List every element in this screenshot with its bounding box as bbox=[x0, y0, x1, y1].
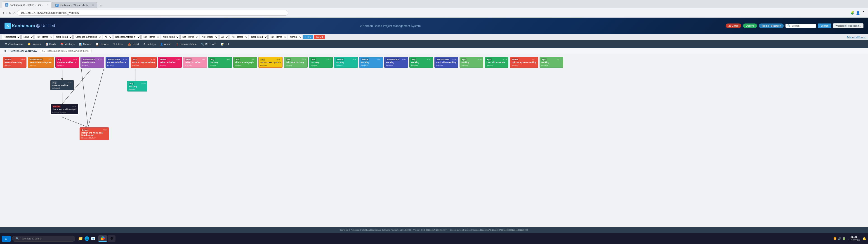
forward-button[interactable]: › bbox=[6, 11, 7, 15]
card-0101-blocked[interactable]: Blocked 0101 This is a card with Analysi… bbox=[50, 104, 79, 115]
card-0204[interactable]: Feature 0204 Backlog Backlog bbox=[334, 57, 358, 68]
card-0210[interactable]: Epic 0210 Card will somehow Backlog bbox=[485, 57, 508, 68]
menu-button[interactable]: ⋮ bbox=[862, 11, 865, 15]
chat-message: RebeccaShaffield-15: Hello, Anyone there… bbox=[46, 50, 89, 52]
filter-button[interactable]: Filter bbox=[303, 35, 313, 39]
nav-item-settings[interactable]: ⚙ Settings bbox=[141, 41, 158, 47]
back-button[interactable]: ‹ bbox=[3, 11, 4, 15]
reset-button[interactable]: Reset bbox=[314, 35, 325, 39]
chat-notification[interactable]: 💬 RebeccaShaffield-15: Hello, Anyone the… bbox=[40, 49, 92, 53]
card-status: Backlog bbox=[336, 64, 356, 66]
cards-badge[interactable]: 28 Cards bbox=[725, 24, 741, 28]
nav-item-projects[interactable]: 📁 Projects bbox=[25, 41, 43, 47]
reload-button[interactable]: ↻ bbox=[9, 11, 11, 15]
filter3-select[interactable]: Not Filtered bbox=[142, 35, 160, 39]
card-0142[interactable]: Bug 0142 Backlog Backlog bbox=[208, 57, 232, 68]
nav-item-visualisations[interactable]: ⊞ Visualisations bbox=[3, 41, 25, 47]
taskbar-search-box[interactable]: 🔍 Type here to search bbox=[12, 236, 75, 242]
card-0036[interactable]: Enhancement 0036 Research Nothing-D-13 B… bbox=[28, 57, 54, 68]
nav-docs-label: Documentation bbox=[180, 43, 196, 45]
card-status: Backlog bbox=[386, 64, 406, 66]
filter2-select[interactable]: Not Filtered bbox=[54, 35, 72, 39]
all-select[interactable]: All bbox=[103, 35, 112, 39]
filter6-select[interactable]: Not Filtered bbox=[200, 35, 218, 39]
taskbar-app-chrome[interactable] bbox=[98, 236, 107, 242]
filter7-select[interactable]: Not Filtered bbox=[230, 35, 248, 39]
address-input[interactable] bbox=[17, 10, 288, 16]
card-0141[interactable]: Defect 0141 RebeccaShaff-13 Analysis bbox=[183, 57, 207, 68]
start-button[interactable]: ⊞ bbox=[2, 236, 11, 242]
card-0203[interactable]: Epic 0203 Backlog Backlog bbox=[309, 57, 333, 68]
card-0137[interactable]: Enhancement 0137 Development Defined bbox=[81, 57, 104, 68]
nav-item-cards[interactable]: 🃏 Cards bbox=[43, 41, 58, 47]
tab-close-2[interactable]: × bbox=[92, 4, 94, 7]
taskbar-explorer-icon[interactable]: 📁 bbox=[78, 236, 83, 241]
tag-select[interactable]: Untagged-Completed bbox=[73, 35, 102, 39]
nav-projects-label: Projects bbox=[32, 43, 41, 45]
app-tagline: A Kanban-Based Project Management System bbox=[59, 24, 722, 28]
options-badge[interactable]: Options bbox=[743, 24, 757, 28]
nav-item-reports[interactable]: 📋 Reports bbox=[93, 41, 111, 47]
card-0209[interactable]: Epic 0209 Backlog Backlog bbox=[460, 57, 483, 68]
card-0143[interactable]: Epic 0143 This is a paragraph Backlog bbox=[233, 57, 257, 68]
battery-icon[interactable]: 🔋 bbox=[842, 237, 846, 240]
card-0212[interactable]: Epic 0212 Backlog Backlog bbox=[539, 57, 563, 68]
card-0102-defect[interactable]: Defect 0102 Design and find a goal Devel… bbox=[80, 127, 109, 141]
card-0100[interactable]: Bug 0100 Backlog Backlog bbox=[127, 81, 147, 92]
nav-item-rest-api[interactable]: 🔧 REST API bbox=[199, 41, 218, 47]
filter4-select[interactable]: Not Filtered bbox=[161, 35, 180, 39]
card-0140[interactable]: Defect 0140 RebeccaShaff-13 Backlog bbox=[158, 57, 182, 68]
filter8-select[interactable]: Not Filtered bbox=[249, 35, 268, 39]
all2-select[interactable]: All bbox=[219, 35, 229, 39]
card-0207[interactable]: Bug 0207 Backlog Backlog bbox=[409, 57, 433, 68]
fullscreen-badge[interactable]: Toggle Fullscreen bbox=[759, 24, 784, 28]
card-0206[interactable]: Enhancement 0206 Backlog Backlog bbox=[384, 57, 408, 68]
network-icon[interactable]: 📶 bbox=[833, 237, 837, 240]
view-select[interactable]: Hierarchical bbox=[2, 35, 21, 39]
card-0035[interactable]: Defect 0035 Research Nothing Backlog bbox=[3, 57, 26, 68]
new-tab-button[interactable]: + bbox=[98, 4, 104, 8]
normal-select[interactable]: Normal bbox=[288, 35, 302, 39]
card-0202[interactable]: Epic 0202 Individual Backlog Backlog bbox=[284, 57, 308, 68]
card-0139[interactable]: Bug 0139 Point a Bug Something Backlog bbox=[131, 57, 157, 68]
nav-item-ksf[interactable]: 📝 KSF bbox=[219, 41, 232, 47]
filter9-select[interactable]: Not Filtered bbox=[269, 35, 287, 39]
tab-active[interactable]: K Kanbanara @ Untitled - Hier... × bbox=[2, 1, 52, 8]
filter5-select[interactable]: Not Filtered bbox=[180, 35, 199, 39]
search-input[interactable] bbox=[792, 24, 814, 27]
svg-line-5 bbox=[88, 69, 104, 127]
advanced-search-link[interactable]: Advanced Search bbox=[846, 36, 866, 38]
card-0095[interactable]: Bug 0095 RebeccaShaff-16 Untagged bbox=[50, 80, 74, 91]
card-0211[interactable]: Defect 0211 Epic anonymous Backlog Backl… bbox=[510, 57, 538, 68]
nav-item-admin[interactable]: 👤 Admin bbox=[158, 41, 174, 47]
nav-item-documentation[interactable]: ❓ Documentation bbox=[174, 41, 199, 47]
nav-item-metrics[interactable]: 📊 Metrics bbox=[77, 41, 93, 47]
blocked-label: Blocked bbox=[52, 105, 61, 108]
volume-icon[interactable]: 🔊 bbox=[838, 237, 841, 240]
group-select[interactable]: None bbox=[22, 35, 34, 39]
taskbar-app-vs[interactable]: ⚙ bbox=[108, 236, 116, 242]
status-bar: Copyright © Rebecca Shafield and Kanbana… bbox=[0, 227, 868, 233]
user-select[interactable]: RebeccaShaffield ▼ bbox=[113, 35, 141, 39]
home-button[interactable]: ⌂ bbox=[13, 11, 15, 15]
card-0208[interactable]: Enhancement 0208 Card with something Bac… bbox=[434, 57, 458, 68]
card-0205[interactable]: Feature 0205 Backlog Backlog bbox=[359, 57, 383, 68]
filter1-select[interactable]: Not Filtered bbox=[35, 35, 53, 39]
profile-button[interactable]: 👤 bbox=[856, 11, 860, 15]
tab-favicon-2: K bbox=[55, 4, 59, 7]
card-id: 0203 bbox=[327, 58, 331, 61]
taskbar-edge-icon[interactable]: 🌐 bbox=[84, 236, 89, 241]
taskbar-mail-icon[interactable]: 📧 bbox=[91, 236, 96, 241]
tab-close[interactable]: × bbox=[46, 3, 48, 6]
card-0201[interactable]: Bug 0201 So143217bloc12pa4b23 Backlog bbox=[258, 57, 283, 68]
search-button[interactable]: Search bbox=[818, 24, 831, 28]
nav-item-filters[interactable]: ▼ Filters bbox=[111, 41, 125, 47]
tab-inactive[interactable]: K Kanbanara / Screenshots × bbox=[52, 2, 97, 8]
extensions-button[interactable]: 🧩 bbox=[850, 11, 854, 15]
card-0094[interactable]: Bug 0094 RebeccaShaff-D-13 Backlog bbox=[55, 57, 79, 68]
notification-icon[interactable]: 🔔 bbox=[862, 237, 866, 240]
nav-item-export[interactable]: 📤 Export bbox=[125, 41, 141, 47]
card-0138[interactable]: Enhancement 0138 RebeccaShaff-D-13 Defin… bbox=[105, 57, 129, 68]
nav-item-meetings[interactable]: 📅 Meetings bbox=[58, 41, 77, 47]
card-status: Defined bbox=[107, 64, 127, 66]
